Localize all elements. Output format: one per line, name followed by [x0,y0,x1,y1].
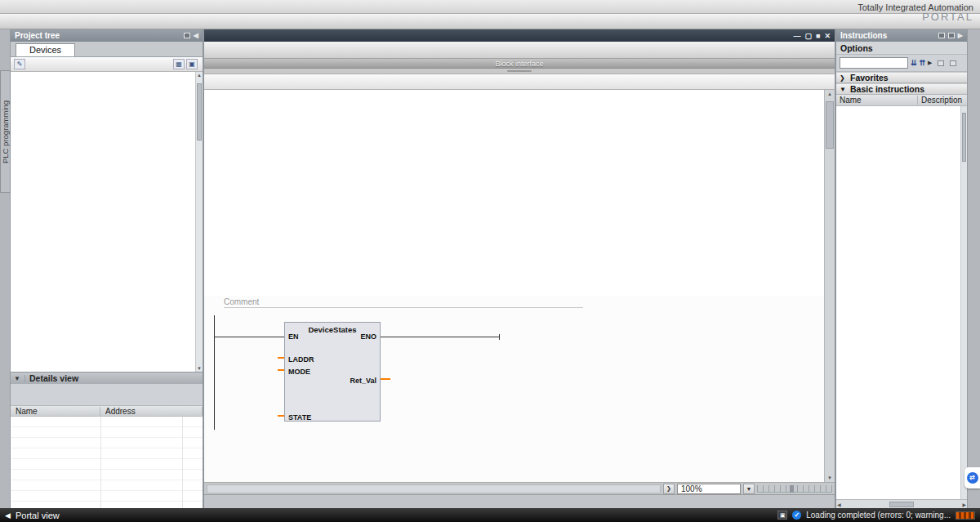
background-task-icon[interactable]: ▣ [777,511,787,520]
zoom-select[interactable]: 100% [677,484,741,494]
more-icon[interactable]: ▶ [928,60,932,66]
status-area: ▣ ✓ Loading completed (errors: 0; warnin… [777,511,975,520]
instructions-search-input[interactable] [840,57,908,69]
zoom-dropdown-icon[interactable]: ▼ [743,484,755,494]
portal-view-button[interactable]: ◀ Portal view [5,511,103,520]
dock-panel-icon[interactable] [948,33,955,38]
laddr-stub [278,357,284,359]
interface-splitter[interactable] [204,69,835,74]
inspector-tabs [204,494,835,508]
project-tree-header: Project tree ◀ [11,29,203,42]
collapse-panel-icon[interactable]: ▶ [958,32,963,39]
eno-wire [381,337,500,337]
power-rail [214,315,215,430]
favorites-section[interactable]: ❯ Favorites [836,72,967,83]
search-up-icon[interactable]: ⇈ [920,59,926,67]
float-panel-icon[interactable] [184,33,190,38]
chevron-right-icon: ❯ [840,74,846,82]
editor-panel: — ▢ ■ ✕ Block interface Comment [204,29,835,508]
pin-eno: ENO [360,332,376,341]
pin-laddr: LADDR [288,355,314,364]
search-down-icon[interactable]: ⇊ [911,59,917,67]
tab-plc-programming[interactable]: PLC programming [0,70,11,193]
col-name[interactable]: Name [836,96,918,105]
right-edge-strip [967,29,980,508]
tree-new-window-icon[interactable]: ▣ [186,59,198,69]
collapse-panel-icon[interactable]: ◀ [194,32,198,39]
minimize-icon[interactable]: — [794,32,801,40]
scl-code-editor[interactable] [204,90,824,296]
ladder-canvas[interactable]: DeviceStates EN ENO LADDR MODE STATE Ret… [204,309,824,482]
tree-toolbar: ✎ ▦ ▣ [11,56,203,72]
details-view-header[interactable]: ▼ Details view [11,372,203,384]
zoom-slider[interactable] [757,485,832,493]
details-view-body: Name Address [11,384,203,508]
instructions-hscrollbar[interactable]: ◀▶ [836,499,967,508]
details-view-title: Details view [29,373,78,383]
devices-tab-row: Devices [11,42,203,56]
instructions-header: Instructions ▶ [836,29,967,42]
wire-end-tick [499,334,500,340]
editor-toolbar [204,42,835,59]
block-interface-label: Block interface [495,60,543,68]
tab-devices[interactable]: Devices [16,43,75,56]
basic-instructions-section[interactable]: ▼ Basic instructions [836,83,967,95]
scroll-down-icon[interactable]: ▼ [825,475,835,480]
devicestates-block[interactable]: DeviceStates EN ENO LADDR MODE STATE Ret… [284,322,381,422]
tree-edit-icon[interactable]: ✎ [14,59,25,69]
pin-retval: Ret_Val [350,377,376,385]
comment-placeholder: Comment [224,297,259,306]
pane-layout2-icon[interactable] [950,60,956,66]
en-wire [214,337,284,337]
horizontal-scrollbar[interactable] [207,484,661,493]
brand-line2: PORTAL [858,12,973,22]
left-edge-strip: PLC programming [0,29,11,508]
slider-thumb[interactable] [790,485,794,493]
options-row: Options [836,42,967,55]
basic-instructions-label: Basic instructions [850,84,924,94]
pin-mode: MODE [288,368,310,376]
close-icon[interactable]: ✕ [824,32,831,40]
details-col-address[interactable]: Address [100,407,203,416]
brand-logo: Totally Integrated Automation PORTAL [858,2,973,22]
tia-portal-window: Totally Integrated Automation PORTAL PLC… [0,0,980,29]
progress-stripes [956,511,975,520]
chevron-down-icon[interactable]: ▼ [14,375,25,382]
portal-view-label: Portal view [16,511,60,520]
instructions-list [836,106,967,499]
tree-overview-icon[interactable]: ▦ [173,59,185,69]
col-description[interactable]: Description [918,96,967,105]
project-tree-scrollbar[interactable]: ▲ ▼ [195,72,203,372]
project-tree-list [11,72,195,372]
details-columns: Name Address [11,405,203,417]
scroll-up-icon[interactable]: ▲ [825,91,835,96]
editor-vertical-scrollbar[interactable]: ▲ ▼ [824,90,835,482]
block-interface-bar[interactable]: Block interface [204,59,835,69]
chevron-down-icon: ▼ [840,86,846,93]
expand-zoom-icon[interactable]: ❯ [663,484,675,494]
instructions-scrollbar[interactable] [960,106,967,499]
project-tree-title: Project tree [15,31,60,40]
float-window-icon[interactable]: ▢ [805,32,813,40]
maximize-icon[interactable]: ■ [816,32,820,40]
instructions-search-row: ⇊ ⇈ ▶ [836,55,967,72]
network-comment[interactable]: Comment [204,296,824,309]
pane-layout-icon[interactable] [938,60,944,66]
details-col-name[interactable]: Name [11,407,100,416]
options-label: Options [840,43,873,53]
main-toolbar [0,14,980,29]
taskbar: ◀ Portal view ▣ ✓ Loading completed (err… [0,508,980,522]
remote-support-icon: ⇄ [967,472,978,484]
zoom-value: 100% [681,484,702,493]
float-panel-icon[interactable] [938,33,945,38]
instructions-title: Instructions [840,31,887,40]
scroll-down-icon[interactable]: ▼ [196,366,203,371]
details-grid [11,417,203,508]
pin-state: STATE [288,413,311,422]
remote-support-bubble[interactable]: ⇄ [964,467,980,489]
scroll-up-icon[interactable]: ▲ [196,73,203,78]
menu-bar [0,0,980,14]
editor-title-bar: — ▢ ■ ✕ [204,29,835,42]
status-text: Loading completed (errors: 0; warning... [806,511,951,520]
instructions-columns: Name Description [836,95,967,106]
